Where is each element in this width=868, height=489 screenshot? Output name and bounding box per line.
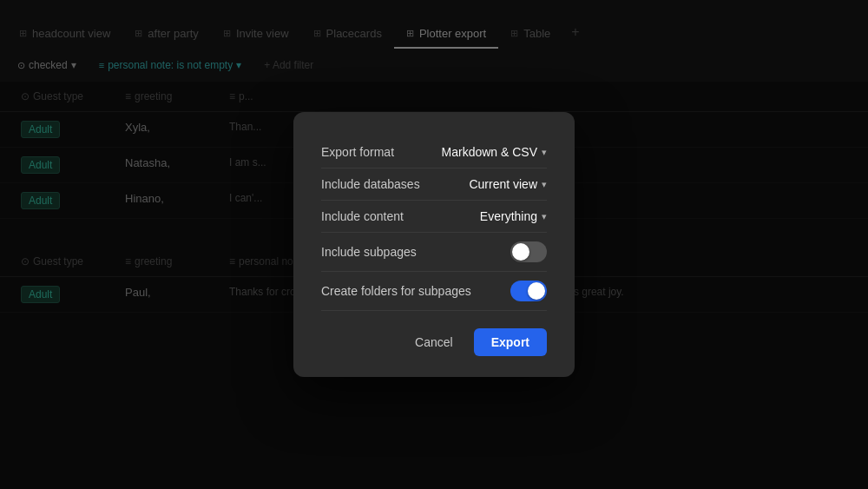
include-subpages-toggle[interactable] <box>510 241 547 262</box>
include-content-label: Include content <box>321 209 404 223</box>
export-format-label: Export format <box>321 145 394 159</box>
export-button[interactable]: Export <box>474 328 547 356</box>
include-databases-row: Include databases Current view ▾ <box>321 169 547 201</box>
include-subpages-row: Include subpages <box>321 233 547 272</box>
modal-overlay: Export format Markdown & CSV ▾ Include d… <box>0 0 868 489</box>
cancel-button[interactable]: Cancel <box>404 328 464 356</box>
include-subpages-label: Include subpages <box>321 245 417 259</box>
create-folders-label: Create folders for subpages <box>321 284 471 298</box>
modal-footer: Cancel Export <box>321 328 547 356</box>
export-format-value: Markdown & CSV <box>442 145 537 159</box>
include-content-dropdown[interactable]: Everything ▾ <box>480 209 547 223</box>
include-databases-dropdown[interactable]: Current view ▾ <box>469 177 547 191</box>
include-content-value: Everything <box>480 209 537 223</box>
include-content-row: Include content Everything ▾ <box>321 201 547 233</box>
export-format-row: Export format Markdown & CSV ▾ <box>321 136 547 169</box>
export-format-chevron: ▾ <box>542 147 547 158</box>
create-folders-row: Create folders for subpages <box>321 272 547 311</box>
include-subpages-thumb <box>512 243 529 261</box>
include-databases-label: Include databases <box>321 177 420 191</box>
create-folders-toggle[interactable] <box>510 281 547 301</box>
create-folders-thumb <box>528 282 545 300</box>
export-modal: Export format Markdown & CSV ▾ Include d… <box>293 112 575 377</box>
include-content-chevron: ▾ <box>542 211 547 222</box>
export-format-dropdown[interactable]: Markdown & CSV ▾ <box>442 145 547 159</box>
include-databases-chevron: ▾ <box>542 179 547 190</box>
include-databases-value: Current view <box>469 177 537 191</box>
